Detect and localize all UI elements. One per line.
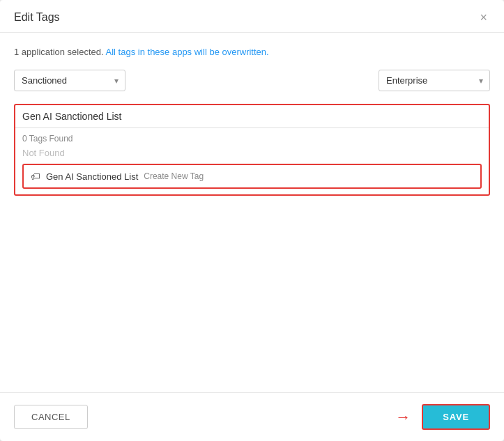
body-spacer	[14, 203, 490, 342]
tags-found-label: 0 Tags Found	[22, 134, 482, 144]
tag-icon: 🏷	[31, 171, 40, 182]
enterprise-dropdown[interactable]: Enterprise Standard All	[379, 70, 490, 91]
modal-body: 1 application selected. All tags in thes…	[0, 33, 504, 392]
create-tag-name: Gen AI Sanctioned List	[46, 171, 138, 182]
info-text-plain: 1 application selected.	[14, 47, 106, 57]
footer-right: → SAVE	[395, 404, 490, 430]
not-found-label: Not Found	[22, 148, 482, 158]
create-new-label: Create New Tag	[144, 171, 204, 181]
sanctioned-dropdown[interactable]: Sanctioned Unsanctioned All	[14, 70, 125, 91]
left-dropdown-wrapper: Sanctioned Unsanctioned All ▾	[14, 70, 125, 91]
right-dropdown-wrapper: Enterprise Standard All ▾	[379, 70, 490, 91]
edit-tags-modal: Edit Tags × 1 application selected. All …	[0, 0, 504, 441]
search-input-row	[15, 105, 489, 128]
close-button[interactable]: ×	[477, 11, 490, 24]
tag-search-input[interactable]	[22, 111, 482, 122]
info-text: 1 application selected. All tags in thes…	[14, 47, 490, 57]
search-area: 0 Tags Found Not Found 🏷 Gen AI Sanction…	[14, 104, 490, 196]
modal-header: Edit Tags ×	[0, 0, 504, 33]
save-button[interactable]: SAVE	[422, 404, 490, 430]
dropdowns-row: Sanctioned Unsanctioned All ▾ Enterprise…	[14, 70, 490, 91]
modal-footer: CANCEL → SAVE	[0, 392, 504, 441]
arrow-indicator-icon: →	[395, 410, 411, 425]
tags-found-section: 0 Tags Found Not Found 🏷 Gen AI Sanction…	[15, 128, 489, 194]
cancel-button[interactable]: CANCEL	[14, 405, 88, 429]
modal-title: Edit Tags	[14, 11, 60, 24]
create-new-tag-row[interactable]: 🏷 Gen AI Sanctioned List Create New Tag	[22, 164, 482, 189]
info-highlight: All tags in these apps will be overwritt…	[106, 47, 269, 57]
